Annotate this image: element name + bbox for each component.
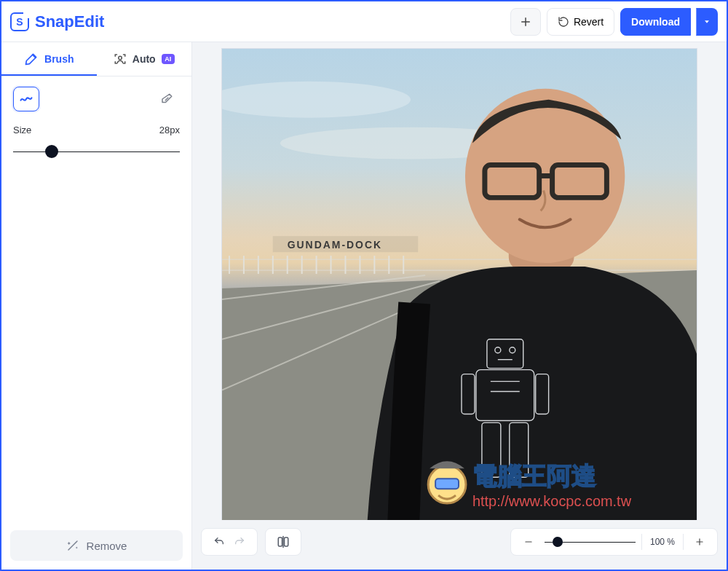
download-label: Download — [631, 16, 680, 28]
svg-rect-43 — [285, 537, 288, 546]
tool-tabs: Brush Auto AI — [1, 42, 191, 76]
svg-point-2 — [119, 56, 122, 60]
watermark-url: http://www.kocpc.com.tw — [472, 493, 632, 509]
undo-button[interactable] — [209, 532, 229, 552]
history-controls — [201, 528, 258, 556]
ai-badge: AI — [162, 54, 175, 64]
zoom-slider-thumb[interactable] — [553, 537, 563, 547]
remove-button[interactable]: Remove — [10, 530, 183, 561]
brush-icon — [24, 52, 39, 66]
tab-brush-label: Brush — [44, 53, 74, 65]
brand-name: SnapEdit — [35, 12, 104, 31]
canvas-viewport[interactable]: GUNDAM-DOCK — [192, 42, 727, 520]
scene-sign-text: GUNDAM-DOCK — [288, 239, 382, 251]
tab-auto-label: Auto — [132, 53, 156, 65]
zoom-controls: 100 % — [510, 528, 718, 556]
tab-auto[interactable]: Auto AI — [97, 42, 192, 76]
size-value: 28px — [159, 125, 180, 135]
brand-mark-icon: S — [10, 12, 29, 31]
draw-tool-button[interactable] — [13, 87, 39, 111]
plus-icon — [519, 15, 532, 28]
magic-wand-icon — [66, 539, 79, 552]
compare-control[interactable] — [265, 528, 301, 556]
brush-size-thumb[interactable] — [45, 145, 58, 158]
compare-icon — [277, 535, 290, 548]
revert-label: Revert — [574, 16, 604, 28]
brush-panel: Size 28px — [1, 76, 191, 170]
zoom-out-button[interactable] — [518, 532, 539, 552]
brand[interactable]: S SnapEdit — [10, 12, 104, 31]
minus-icon — [523, 537, 534, 547]
image-canvas[interactable]: GUNDAM-DOCK — [221, 48, 697, 520]
watermark-text: 電腦王阿達 — [472, 462, 596, 489]
redo-button[interactable] — [229, 532, 250, 552]
svg-point-3 — [221, 82, 411, 118]
download-button[interactable]: Download — [620, 8, 691, 36]
compare-button[interactable] — [273, 532, 293, 552]
svg-rect-42 — [278, 537, 282, 546]
canvas-area: GUNDAM-DOCK — [192, 42, 727, 570]
svg-rect-41 — [435, 479, 459, 489]
zoom-value: 100 % — [641, 534, 684, 550]
undo-icon — [213, 536, 225, 548]
canvas-bottom-bar: 100 % — [201, 523, 718, 561]
eraser-icon — [160, 92, 173, 106]
revert-icon — [558, 16, 569, 28]
remove-label: Remove — [87, 540, 127, 552]
size-label: Size — [13, 125, 31, 135]
erase-tool-button[interactable] — [154, 87, 180, 111]
redo-icon — [234, 536, 245, 548]
caret-down-icon — [703, 18, 711, 25]
squiggle-icon — [19, 92, 33, 106]
revert-button[interactable]: Revert — [547, 8, 614, 36]
download-options-button[interactable] — [696, 8, 718, 36]
app-header: S SnapEdit Revert Download — [1, 1, 727, 42]
plus-small-icon — [695, 537, 705, 547]
zoom-in-button[interactable] — [689, 532, 710, 552]
brush-size-slider[interactable] — [13, 143, 180, 160]
add-button[interactable] — [510, 8, 541, 36]
zoom-slider[interactable] — [545, 537, 636, 547]
left-panel: Brush Auto AI Size 28px — [1, 42, 192, 570]
scan-person-icon — [114, 52, 127, 66]
tab-brush[interactable]: Brush — [1, 42, 97, 76]
